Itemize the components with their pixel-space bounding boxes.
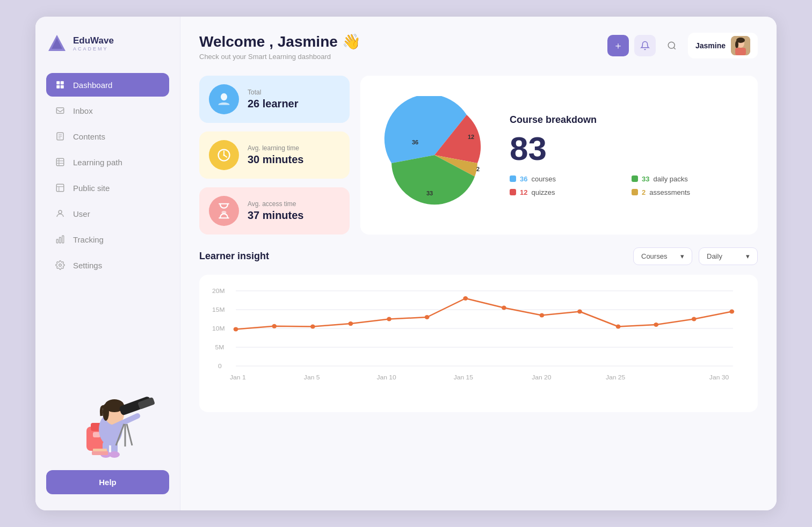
legend-count-courses: 36 [520,175,527,183]
notification-button[interactable] [634,35,656,56]
svg-point-72 [349,321,353,326]
search-icon [667,41,677,50]
stat-avg-learning: Avg. learning time 30 minutes [199,131,350,179]
legend-dot-courses [510,175,516,182]
add-button[interactable]: ＋ [607,35,629,56]
stat-total-label: Total [248,89,299,96]
svg-point-47 [735,41,738,48]
public-site-icon [55,182,66,193]
inbox-icon [55,105,66,116]
welcome-area: Welcome , Jasmine 👋 Check out your Smart… [199,33,361,61]
pie-chart-area: 36 12 2 33 [375,96,494,214]
svg-rect-3 [61,81,64,84]
sidebar-item-learning-path[interactable]: Learning path [46,150,169,174]
stat-total-value: 26 learner [248,98,299,110]
legend-label-quizzes: quizzes [531,188,555,196]
sidebar-item-tracking[interactable]: Tracking [46,228,169,251]
chart-container: 20M 15M 10M 5M 0 [199,275,758,412]
insight-filters: Courses ▾ Daily ▾ [633,247,758,265]
logo-icon [46,33,68,54]
legend-count-daily: 33 [642,175,649,183]
svg-rect-19 [56,239,58,243]
nav-label-learning-path: Learning path [73,158,122,167]
svg-text:Jan 5: Jan 5 [304,374,320,380]
svg-point-49 [221,93,227,101]
svg-point-53 [223,155,225,156]
breakdown-legend: 36 courses 33 daily packs 12 quizzes [510,175,743,196]
svg-point-30 [109,451,120,458]
sidebar: EduWave ACADEMY Dashboard Inbox [35,17,180,510]
stat-avg-access-label: Avg. access time [248,200,303,208]
svg-point-78 [577,310,582,314]
hourglass-icon [209,196,239,226]
svg-point-71 [310,325,315,329]
sidebar-item-user[interactable]: User [46,202,169,225]
stat-total-learner: Total 26 learner [199,76,350,123]
breakdown-card: 36 12 2 33 Course breakdown 83 36 cours [360,76,758,235]
app-subtitle: ACADEMY [73,46,114,52]
stat-avg-access-value: 37 minutes [248,209,303,222]
svg-point-69 [234,327,238,331]
svg-point-18 [59,210,62,214]
header: Welcome , Jasmine 👋 Check out your Smart… [199,33,758,61]
welcome-title: Welcome , Jasmine 👋 [199,33,361,50]
svg-text:15M: 15M [212,306,225,312]
svg-rect-20 [60,237,61,243]
svg-point-54 [222,211,227,214]
svg-rect-2 [56,81,60,84]
header-actions: ＋ Jasmine [607,33,758,58]
sidebar-item-inbox[interactable]: Inbox [46,99,169,122]
svg-text:Jan 25: Jan 25 [606,374,625,380]
svg-text:Jan 30: Jan 30 [709,374,729,380]
nav-label-contents: Contents [73,132,105,141]
nav-label-user: User [73,209,90,218]
stat-avg-learning-info: Avg. learning time 30 minutes [248,144,303,166]
stat-avg-access: Avg. access time 37 minutes [199,187,350,235]
legend-label-courses: courses [531,175,556,183]
dashboard-icon [55,79,66,90]
help-button[interactable]: Help [46,470,169,494]
svg-rect-5 [61,85,64,89]
svg-rect-48 [735,48,746,55]
nav-label-public-site: Public site [73,184,110,193]
sidebar-illustration [46,370,169,462]
svg-rect-21 [62,236,64,243]
user-icon [55,208,66,219]
clock-icon [209,140,239,170]
sidebar-item-public-site[interactable]: Public site [46,176,169,200]
svg-rect-15 [56,184,64,192]
welcome-text: Welcome , Jasmine [199,33,338,50]
daily-filter-label: Daily [707,252,722,260]
svg-point-81 [692,317,697,321]
svg-point-22 [59,264,62,267]
bell-icon [640,41,650,50]
search-button[interactable] [661,35,683,56]
svg-point-80 [654,323,658,327]
courses-filter[interactable]: Courses ▾ [633,247,692,265]
nav-label-tracking: Tracking [73,235,104,244]
breakdown-info: Course breakdown 83 36 courses 33 daily … [510,114,743,196]
sidebar-item-dashboard[interactable]: Dashboard [46,73,169,97]
svg-text:0: 0 [218,363,222,369]
sidebar-item-contents[interactable]: Contents [46,125,169,148]
svg-text:10M: 10M [212,325,225,331]
courses-filter-label: Courses [641,252,667,260]
nav-label-settings: Settings [73,261,102,270]
logo-text: EduWave ACADEMY [73,35,114,52]
daily-filter[interactable]: Daily ▾ [699,247,758,265]
sidebar-item-settings[interactable]: Settings [46,253,169,277]
svg-point-74 [425,315,430,319]
learner-icon [209,84,239,114]
legend-dot-assessments [632,189,638,195]
svg-rect-4 [56,85,60,89]
chevron-down-icon: ▾ [680,252,684,260]
stats-row: Total 26 learner Av [199,76,758,235]
stat-avg-access-info: Avg. access time 37 minutes [248,200,303,222]
breakdown-total: 83 [510,132,743,165]
svg-point-77 [540,313,545,318]
app-container: EduWave ACADEMY Dashboard Inbox [35,17,777,510]
settings-icon [55,260,66,270]
stat-avg-learning-label: Avg. learning time [248,144,303,152]
svg-point-79 [616,325,621,329]
legend-dot-daily [632,175,638,182]
